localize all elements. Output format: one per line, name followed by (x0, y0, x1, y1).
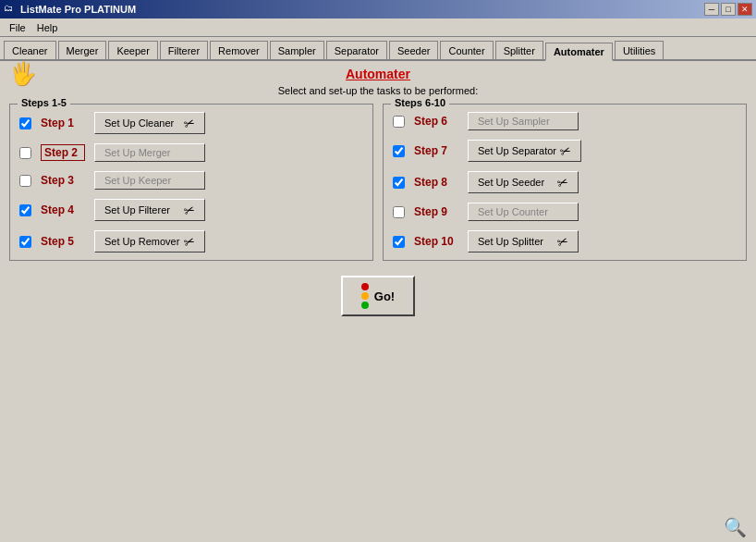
step8-button-label: Set Up Seeder (478, 177, 544, 188)
step9-button-label: Set Up Counter (478, 206, 548, 217)
title-bar: 🗂 ListMate Pro PLATINUM ─ □ ✕ (0, 0, 756, 18)
tab-splitter[interactable]: Splitter (495, 41, 543, 59)
app-icon: 🗂 (4, 3, 17, 16)
tab-utilities[interactable]: Utilities (615, 41, 664, 59)
step10-button[interactable]: Set Up Splitter ✂ (468, 230, 579, 253)
step1-button-label: Set Up Cleaner (104, 117, 174, 129)
group-steps-6-10: Steps 6-10 Step 6 Set Up Sampler Step 7 … (383, 104, 747, 261)
scissors-icon-1: ✂ (182, 114, 198, 131)
title-bar-title: ListMate Pro PLATINUM (20, 4, 136, 15)
step6-button[interactable]: Set Up Sampler (468, 112, 579, 130)
tl-green (361, 302, 369, 309)
step7-button-label: Set Up Separator (478, 145, 556, 156)
search-area: 🔍 (724, 516, 747, 538)
tab-keeper[interactable]: Keeper (108, 41, 157, 59)
step9-checkbox[interactable] (393, 206, 405, 218)
step3-button-label: Set Up Keeper (104, 175, 171, 186)
tab-sampler[interactable]: Sampler (270, 41, 324, 59)
tl-red (361, 283, 369, 290)
header-row: 🖐 Automater (9, 67, 747, 81)
search-button[interactable]: 🔍 (724, 516, 747, 538)
step-row-8: Step 8 Set Up Seeder ✂ (393, 171, 737, 193)
traffic-light-icon (361, 283, 369, 309)
step-row-6: Step 6 Set Up Sampler (393, 112, 737, 130)
tab-automater[interactable]: Automater (545, 43, 613, 61)
step6-checkbox[interactable] (393, 116, 405, 128)
step-row-7: Step 7 Set Up Separator ✂ (393, 140, 737, 162)
step3-label: Step 3 (41, 174, 85, 187)
step9-button[interactable]: Set Up Counter (468, 203, 579, 221)
go-button[interactable]: Go! (341, 276, 415, 316)
step-row-5: Step 5 Set Up Remover ✂ (19, 230, 363, 253)
step2-label: Step 2 (41, 144, 85, 161)
step10-label: Step 10 (414, 235, 458, 248)
step10-button-label: Set Up Splitter (478, 236, 543, 247)
step-row-1: Step 1 Set Up Cleaner ✂ (19, 112, 363, 134)
group-title-right: Steps 6-10 (391, 97, 449, 108)
content-wrapper: 🖐 Automater Select and set-up the tasks … (0, 61, 756, 542)
step9-label: Step 9 (414, 205, 458, 218)
step-row-3: Step 3 Set Up Keeper (19, 171, 363, 190)
group-title-left: Steps 1-5 (18, 97, 70, 108)
tl-yellow (361, 292, 369, 300)
step7-label: Step 7 (414, 144, 458, 157)
minimize-button[interactable]: ─ (704, 3, 719, 16)
scissors-icon-5: ✂ (182, 232, 198, 250)
page-title: Automater (346, 67, 410, 81)
step5-checkbox[interactable] (19, 236, 31, 248)
group-steps-1-5: Steps 1-5 Step 1 Set Up Cleaner ✂ Step 2… (9, 104, 373, 261)
step2-button-label: Set Up Merger (104, 147, 171, 158)
page-subtitle: Select and set-up the tasks to be perfor… (9, 85, 747, 96)
step6-label: Step 6 (414, 115, 458, 128)
step2-button[interactable]: Set Up Merger (94, 143, 205, 162)
step2-checkbox[interactable] (19, 147, 31, 159)
scissors-icon-4: ✂ (182, 201, 198, 218)
step4-label: Step 4 (41, 203, 85, 216)
tab-bar: Cleaner Merger Keeper Filterer Remover S… (0, 37, 756, 61)
step1-checkbox[interactable] (19, 117, 31, 129)
step7-button[interactable]: Set Up Separator ✂ (468, 140, 581, 162)
step8-button[interactable]: Set Up Seeder ✂ (468, 171, 579, 193)
step10-checkbox[interactable] (393, 236, 405, 248)
step3-button[interactable]: Set Up Keeper (94, 171, 205, 190)
step8-label: Step 8 (414, 176, 458, 189)
tab-separator[interactable]: Separator (326, 41, 387, 59)
step-row-2: Step 2 Set Up Merger (19, 143, 363, 162)
title-bar-buttons: ─ □ ✕ (704, 3, 752, 16)
close-button[interactable]: ✕ (738, 3, 752, 16)
tab-remover[interactable]: Remover (210, 41, 268, 59)
title-bar-left: 🗂 ListMate Pro PLATINUM (4, 3, 136, 16)
step5-label: Step 5 (41, 235, 85, 248)
step5-button-label: Set Up Remover (104, 236, 179, 247)
scissors-icon-8: ✂ (555, 173, 571, 191)
steps-container: Steps 1-5 Step 1 Set Up Cleaner ✂ Step 2… (9, 104, 747, 261)
tab-counter[interactable]: Counter (440, 41, 493, 59)
tab-merger[interactable]: Merger (58, 41, 107, 59)
tab-cleaner[interactable]: Cleaner (4, 41, 56, 59)
tab-seeder[interactable]: Seeder (389, 41, 438, 59)
step4-button[interactable]: Set Up Filterer ✂ (94, 199, 205, 221)
scissors-icon-7: ✂ (558, 142, 574, 159)
menu-bar: File Help (0, 18, 756, 37)
step5-button[interactable]: Set Up Remover ✂ (94, 230, 205, 253)
step7-checkbox[interactable] (393, 145, 405, 157)
logo-icon: 🖐 (9, 61, 37, 87)
step6-button-label: Set Up Sampler (478, 116, 550, 127)
step8-checkbox[interactable] (393, 177, 405, 189)
maximize-button[interactable]: □ (721, 3, 736, 16)
step1-label: Step 1 (41, 117, 85, 129)
step4-button-label: Set Up Filterer (104, 204, 170, 216)
scissors-icon-10: ✂ (555, 232, 571, 250)
step3-checkbox[interactable] (19, 175, 31, 187)
step-row-10: Step 10 Set Up Splitter ✂ (393, 230, 737, 253)
step-row-9: Step 9 Set Up Counter (393, 203, 737, 221)
go-row: Go! (9, 270, 747, 322)
step1-button[interactable]: Set Up Cleaner ✂ (94, 112, 205, 134)
menu-help[interactable]: Help (31, 20, 64, 35)
tab-filterer[interactable]: Filterer (160, 41, 208, 59)
step4-checkbox[interactable] (19, 204, 31, 216)
main-content: 🖐 Automater Select and set-up the tasks … (0, 61, 756, 327)
go-button-label: Go! (374, 289, 395, 303)
menu-file[interactable]: File (4, 20, 31, 35)
step-row-4: Step 4 Set Up Filterer ✂ (19, 199, 363, 221)
